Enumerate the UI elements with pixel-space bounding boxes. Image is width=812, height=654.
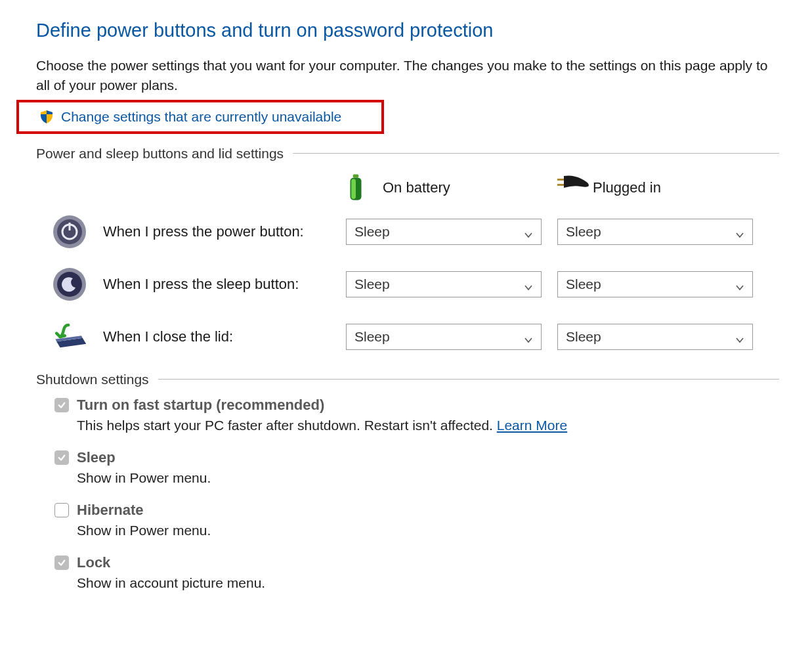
group-header-shutdown: Shutdown settings [36, 372, 779, 387]
checkbox-fast-startup[interactable] [54, 398, 69, 412]
svg-rect-8 [69, 223, 71, 230]
shutdown-item-title: Hibernate [77, 502, 143, 519]
dropdown-power-button-plugged[interactable]: Sleep [557, 219, 753, 245]
dropdown-value: Sleep [354, 224, 390, 240]
chevron-down-icon [735, 227, 744, 236]
column-headers: On battery Plugged in [36, 171, 779, 205]
intro-text: Choose the power settings that you want … [36, 56, 771, 96]
chevron-down-icon [735, 280, 744, 289]
chevron-down-icon [735, 332, 744, 341]
shutdown-item-title: Sleep [77, 449, 116, 466]
shutdown-item-desc: Show in account picture menu. [77, 575, 779, 591]
dropdown-value: Sleep [566, 329, 601, 345]
checkbox-sleep[interactable] [54, 450, 69, 465]
dropdown-value: Sleep [354, 276, 390, 292]
shutdown-item-desc: This helps start your PC faster after sh… [77, 418, 779, 433]
power-button-icon [52, 214, 87, 250]
dropdown-close-lid-plugged[interactable]: Sleep [557, 324, 753, 350]
svg-rect-0 [353, 174, 359, 177]
shutdown-item-title: Turn on fast startup (recommended) [77, 397, 324, 414]
svg-rect-3 [557, 179, 564, 181]
column-header-plugged: Plugged in [555, 171, 765, 205]
sleep-button-icon [52, 267, 87, 302]
row-close-lid: When I close the lid: Sleep Sleep [52, 319, 779, 355]
divider [293, 153, 779, 154]
dropdown-value: Sleep [566, 224, 601, 240]
dropdown-sleep-button-battery[interactable]: Sleep [346, 271, 542, 297]
checkbox-hibernate[interactable] [54, 503, 69, 517]
column-header-battery: On battery [345, 171, 555, 205]
group-header-power-label: Power and sleep buttons and lid settings [36, 146, 284, 162]
learn-more-link[interactable]: Learn More [497, 418, 567, 433]
svg-rect-4 [557, 184, 564, 186]
shutdown-item-sleep: Sleep Show in Power menu. [54, 449, 779, 486]
page-title: Define power buttons and turn on passwor… [36, 20, 779, 41]
dropdown-power-button-battery[interactable]: Sleep [346, 219, 542, 245]
chevron-down-icon [524, 280, 533, 289]
dropdown-sleep-button-plugged[interactable]: Sleep [557, 271, 753, 297]
shutdown-item-desc: Show in Power menu. [77, 523, 779, 538]
dropdown-close-lid-battery[interactable]: Sleep [346, 324, 542, 350]
dropdown-value: Sleep [566, 276, 601, 292]
plug-icon [555, 171, 581, 205]
dropdown-value: Sleep [354, 329, 390, 345]
chevron-down-icon [524, 332, 533, 341]
group-header-shutdown-label: Shutdown settings [36, 372, 149, 387]
shutdown-item-title: Lock [77, 554, 110, 571]
shutdown-fast-startup-desc-text: This helps start your PC faster after sh… [77, 418, 493, 433]
column-header-plugged-label: Plugged in [593, 179, 661, 196]
shutdown-item-fast-startup: Turn on fast startup (recommended) This … [54, 397, 779, 433]
row-close-lid-label: When I close the lid: [103, 328, 346, 345]
column-header-battery-label: On battery [383, 179, 450, 196]
checkbox-lock[interactable] [54, 556, 69, 570]
change-settings-link[interactable]: Change settings that are currently unava… [61, 109, 341, 125]
shutdown-item-hibernate: Hibernate Show in Power menu. [54, 502, 779, 538]
row-sleep-button-label: When I press the sleep button: [103, 276, 346, 293]
chevron-down-icon [524, 227, 533, 236]
close-lid-icon [52, 319, 87, 355]
divider [158, 379, 779, 380]
group-header-power: Power and sleep buttons and lid settings [36, 146, 779, 162]
svg-rect-2 [351, 179, 356, 199]
shutdown-item-desc: Show in Power menu. [77, 470, 779, 486]
row-power-button-label: When I press the power button: [103, 223, 346, 240]
row-sleep-button: When I press the sleep button: Sleep Sle… [52, 267, 779, 302]
battery-icon [345, 171, 371, 205]
change-settings-highlight: Change settings that are currently unava… [16, 100, 384, 134]
uac-shield-icon [39, 109, 54, 125]
shutdown-item-lock: Lock Show in account picture menu. [54, 554, 779, 591]
row-power-button: When I press the power button: Sleep Sle… [52, 214, 779, 250]
